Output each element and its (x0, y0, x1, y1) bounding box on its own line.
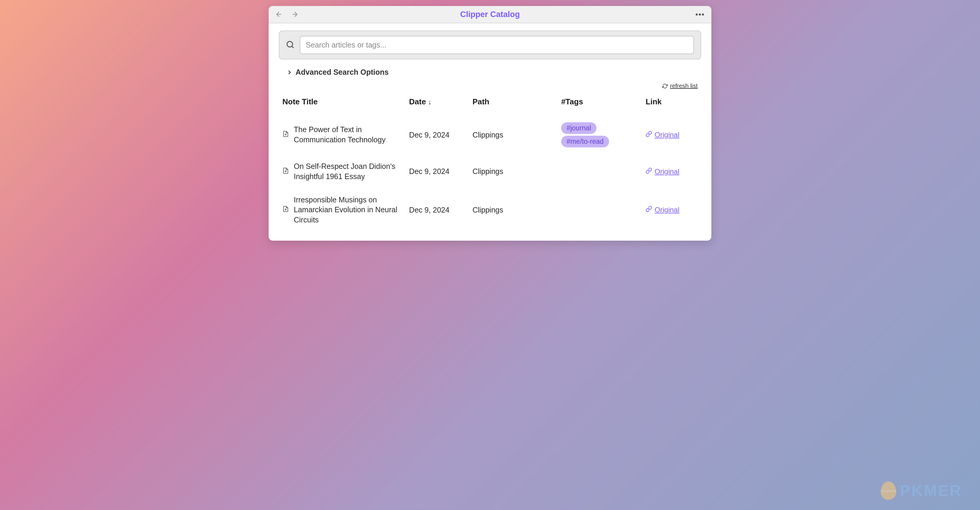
column-header-date[interactable]: Date ↓ (406, 92, 469, 115)
tag[interactable]: #journal (561, 122, 597, 134)
sort-descending-icon: ↓ (428, 99, 431, 106)
svg-line-3 (292, 46, 293, 48)
back-button[interactable] (275, 11, 282, 18)
original-link[interactable]: Original (646, 131, 698, 139)
advanced-search-toggle[interactable]: Advanced Search Options (286, 68, 701, 76)
note-title-text: The Power of Text in Communication Techn… (294, 125, 402, 145)
forward-button[interactable] (291, 11, 299, 18)
original-link[interactable]: Original (646, 167, 698, 176)
note-icon (282, 167, 289, 176)
advanced-search-label: Advanced Search Options (296, 68, 388, 76)
note-path: Clippings (469, 188, 558, 232)
refresh-row: refresh list (279, 83, 698, 89)
original-link[interactable]: Original (646, 206, 698, 214)
refresh-label: refresh list (670, 83, 698, 89)
note-title-cell[interactable]: The Power of Text in Communication Techn… (282, 125, 402, 145)
nav-arrows (275, 11, 299, 18)
arrow-left-icon (275, 11, 282, 18)
table-row: The Power of Text in Communication Techn… (279, 115, 701, 155)
note-date: Dec 9, 2024 (406, 115, 469, 155)
egg-icon (881, 481, 896, 500)
note-icon (282, 130, 289, 140)
link-label: Original (654, 131, 679, 139)
table-row: On Self-Respect Joan Didion's Insightful… (279, 155, 701, 188)
note-date: Dec 9, 2024 (406, 188, 469, 232)
window-header: Clipper Catalog ••• (269, 6, 711, 23)
app-window: Clipper Catalog ••• Advanced Search Opti… (269, 6, 711, 241)
content-body: Advanced Search Options refresh list Not… (269, 23, 711, 241)
search-input[interactable] (300, 36, 694, 54)
search-icon (286, 40, 294, 50)
note-title-text: On Self-Respect Joan Didion's Insightful… (294, 161, 402, 182)
more-menu-button[interactable]: ••• (695, 10, 705, 19)
arrow-right-icon (291, 11, 299, 18)
note-path: Clippings (469, 115, 558, 155)
note-tags: #journal#me/to-read (558, 115, 642, 155)
search-bar (279, 30, 701, 59)
note-icon (282, 205, 289, 214)
page-title: Clipper Catalog (460, 10, 520, 19)
link-label: Original (654, 206, 679, 214)
refresh-button[interactable]: refresh list (662, 83, 698, 89)
clippings-table: Note Title Date ↓ Path #Tags Link The Po… (279, 92, 701, 232)
link-icon (646, 206, 652, 214)
column-header-path[interactable]: Path (469, 92, 558, 115)
link-label: Original (654, 167, 679, 176)
table-row: Irresponsible Musings on Lamarckian Evol… (279, 188, 701, 232)
column-header-link[interactable]: Link (642, 92, 701, 115)
column-header-tags[interactable]: #Tags (558, 92, 642, 115)
note-tags (558, 188, 642, 232)
watermark: PKMER (881, 481, 962, 500)
note-title-text: Irresponsible Musings on Lamarckian Evol… (294, 195, 402, 225)
note-title-cell[interactable]: On Self-Respect Joan Didion's Insightful… (282, 161, 402, 182)
note-path: Clippings (469, 155, 558, 188)
column-header-title[interactable]: Note Title (279, 92, 406, 115)
chevron-right-icon (286, 69, 293, 75)
refresh-icon (662, 83, 668, 89)
tag[interactable]: #me/to-read (561, 136, 609, 148)
note-tags (558, 155, 642, 188)
link-icon (646, 167, 652, 176)
note-title-cell[interactable]: Irresponsible Musings on Lamarckian Evol… (282, 195, 402, 225)
note-date: Dec 9, 2024 (406, 155, 469, 188)
link-icon (646, 131, 652, 139)
